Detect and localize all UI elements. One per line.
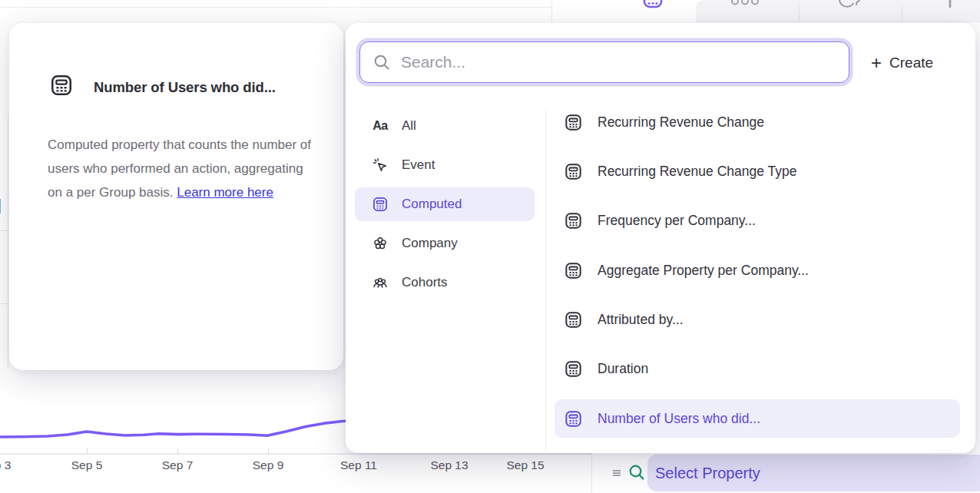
result-label: Recurring Revenue Change Type — [598, 164, 796, 180]
category-event[interactable]: Event — [355, 148, 535, 182]
category-label: Event — [402, 157, 435, 173]
category-label: Computed — [402, 197, 462, 212]
select-property-field[interactable]: Select Property — [647, 455, 980, 491]
active-tab-calculator-icon — [641, 0, 664, 10]
select-property-label: Select Property — [655, 465, 760, 482]
calculator-icon — [372, 196, 389, 213]
funnel-stem-icon — [946, 0, 954, 9]
result-label: Frequency per Company... — [598, 213, 756, 229]
tab-chart-type-2[interactable] — [696, 0, 799, 22]
drag-handle-icon[interactable] — [610, 466, 624, 480]
calculator-icon — [564, 261, 583, 280]
calculator-icon — [564, 162, 583, 181]
tab-chart-type-4[interactable] — [902, 0, 980, 22]
search-icon — [372, 53, 391, 71]
dots-chart-icon — [730, 0, 762, 8]
x-axis-label: Sep 13 — [430, 458, 468, 472]
result-label: Attributed by... — [598, 312, 684, 328]
x-axis-tick — [268, 448, 269, 454]
learn-more-link[interactable]: Learn more here — [177, 185, 273, 200]
result-recurring-revenue-change[interactable]: Recurring Revenue Change — [555, 103, 960, 141]
calculator-icon — [564, 359, 583, 379]
calculator-icon — [564, 113, 583, 132]
property-tooltip-card: Number of Users who did... Computed prop… — [9, 23, 343, 370]
x-axis-tick — [87, 448, 88, 454]
category-company[interactable]: Company — [355, 227, 535, 260]
property-search-icon — [627, 463, 646, 481]
result-duration[interactable]: Duration — [555, 349, 960, 388]
property-picker-panel: + Create Aa All Event — [346, 23, 975, 453]
category-label: Company — [402, 236, 458, 251]
category-computed[interactable]: Computed — [355, 187, 535, 221]
result-aggregate-property-per-company[interactable]: Aggregate Property per Company... — [555, 251, 960, 290]
left-panel-row-divider — [0, 303, 8, 304]
category-cohorts[interactable]: Cohorts — [355, 266, 535, 299]
x-axis-label: Sep 9 — [253, 458, 284, 472]
result-recurring-revenue-change-type[interactable]: Recurring Revenue Change Type — [555, 152, 960, 190]
plus-icon: + — [871, 54, 882, 72]
calculator-icon — [564, 310, 583, 329]
result-label: Aggregate Property per Company... — [598, 263, 809, 279]
left-panel-row-divider — [0, 230, 8, 231]
picker-search-box[interactable] — [359, 41, 849, 83]
result-label: Recurring Revenue Change — [598, 114, 764, 131]
search-input[interactable] — [401, 53, 849, 71]
calculator-icon — [564, 409, 583, 428]
x-axis-tick — [177, 448, 178, 454]
x-axis-label: Sep 5 — [71, 458, 103, 472]
category-all[interactable]: Aa All — [355, 109, 535, 143]
x-axis-label: Sep 15 — [506, 458, 544, 472]
result-label: Duration — [598, 361, 648, 377]
left-panel-border — [8, 115, 8, 369]
tab-chart-type-active[interactable] — [552, 0, 696, 22]
chart-type-tab-strip — [696, 0, 980, 22]
x-axis-label: Sep 3 — [0, 458, 11, 472]
tooltip-description: Computed property that counts the number… — [48, 133, 321, 204]
top-border-line — [0, 7, 551, 8]
x-axis-label: Sep 11 — [340, 458, 377, 472]
create-button-label: Create — [889, 55, 933, 71]
picker-column-divider — [545, 109, 546, 452]
people-icon — [372, 274, 389, 291]
tooltip-title: Number of Users who did... — [94, 79, 276, 96]
cursor-click-icon — [372, 157, 389, 174]
text-style-icon: Aa — [372, 117, 389, 134]
result-attributed-by[interactable]: Attributed by... — [555, 300, 960, 339]
result-number-of-users-who-did[interactable]: Number of Users who did... — [555, 399, 960, 438]
category-label: All — [402, 118, 416, 134]
calculator-icon — [564, 211, 583, 230]
company-flower-icon — [372, 235, 389, 252]
left-panel-partial-text: ] — [0, 196, 2, 214]
calculator-icon — [49, 73, 74, 98]
trend-line — [0, 415, 352, 449]
x-axis-line — [0, 453, 591, 455]
bottom-panel-divider — [591, 453, 592, 493]
result-frequency-per-company[interactable]: Frequency per Company... — [555, 201, 960, 240]
result-label: Number of Users who did... — [598, 411, 760, 427]
create-button[interactable]: + Create — [871, 51, 933, 75]
tab-chart-type-3[interactable] — [800, 0, 902, 22]
category-label: Cohorts — [402, 275, 448, 290]
retention-curve-icon — [838, 0, 861, 9]
x-axis-label: Sep 7 — [162, 458, 194, 472]
